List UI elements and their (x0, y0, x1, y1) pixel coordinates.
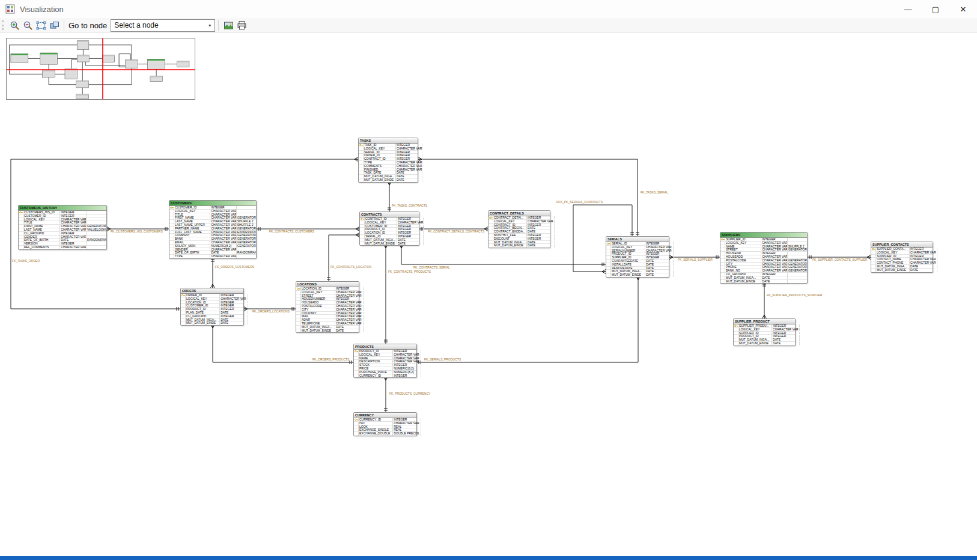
column-icon-cell (606, 273, 611, 277)
primary-key-icon (354, 350, 359, 353)
zoom-out-button[interactable] (22, 19, 34, 31)
node-selector-combobox[interactable]: Select a node ▼ (111, 19, 215, 32)
column-mask-function: SHUFFLE 2 (237, 224, 256, 227)
column-name: LOGICAL_KEY (186, 297, 220, 300)
column-icon-cell (181, 321, 186, 325)
column-type: DATE (527, 230, 555, 233)
column-type: INTEGER (393, 364, 421, 367)
column-icon-cell (354, 422, 359, 425)
column-icon-cell (354, 364, 359, 367)
column-name: BANK (174, 237, 210, 240)
column-type: INTEGER (645, 252, 674, 255)
window-accent-bar (0, 556, 977, 560)
diagram-canvas[interactable] (0, 33, 977, 556)
table-contract_details[interactable]: CONTRACT_DETAILSCONTRACT_DETAI...INTEGER… (488, 210, 550, 248)
column-name: GUARANTEEDATE (611, 260, 645, 263)
column-icon-cell (181, 315, 186, 318)
column-name: ORDER_ID (364, 154, 396, 157)
toggle-overview-button[interactable] (48, 19, 60, 31)
table-locations[interactable]: LOCATIONSLOCATION_IDINTEGERLOGICAL_KEYCH… (296, 281, 359, 333)
overview-minimap[interactable] (6, 38, 195, 100)
column-icon-cell (488, 234, 493, 237)
column-name: MUT_DATUM_INGA... (725, 276, 761, 279)
column-type: CHARACTER VAR (210, 248, 236, 251)
table-supplier_contacts[interactable]: SUPPLIER_CONTACTSSUPPLIER_CONTA...INTEGE… (871, 242, 933, 273)
fit-to-window-icon (36, 20, 46, 31)
column-icon-cell (871, 265, 876, 268)
column-name: GENDER (23, 236, 60, 239)
column-name: EMAIL (174, 241, 210, 244)
column-name: COMMENTS (364, 165, 396, 168)
column-type: CHARACTER VAR (210, 234, 236, 237)
table-row: MUT_DATUM_EINDEDATE (181, 321, 243, 325)
column-type: CHARACTER VAR (761, 248, 787, 251)
column-name: MUT_DATUM_EINDE (364, 178, 396, 182)
column-name: PRODUCT_ID (186, 308, 220, 311)
column-icon-cell (734, 335, 738, 338)
column-icon-cell (359, 154, 364, 157)
column-name: PRICE (359, 367, 393, 370)
column-icon-cell (488, 227, 493, 230)
column-type: INTEGER (527, 237, 555, 240)
column-icon-cell (181, 318, 186, 321)
toolbar-separator (218, 20, 219, 31)
column-name: REMOVEDATE (611, 267, 645, 270)
table-contracts[interactable]: CONTRACTSCONTRACT_IDINTEGERLOGICAL_KEYCH… (359, 212, 419, 246)
column-icon-cell (360, 221, 365, 224)
chevron-down-icon[interactable]: ▼ (205, 23, 215, 28)
export-image-button[interactable] (222, 19, 234, 31)
table-supplier_product[interactable]: SUPPLIER_PRODUCTSUPPLIER_PRODU...INTEGER… (733, 318, 796, 346)
column-mask-function: EXPRESSION 2 (237, 231, 256, 234)
column-mask-function (788, 238, 807, 241)
table-currency[interactable]: CURRENCYCURRENCY_IDINTEGERISOCHARACTER V… (353, 412, 417, 436)
column-name: TITLE (174, 213, 210, 216)
table-customers_history[interactable]: CUSTOMERS_HISTORYCUSTOMERS_HIS_IDINTEGER… (18, 205, 107, 250)
column-name: CURRENCY_ID (359, 374, 393, 378)
column-type: INTEGER (396, 154, 422, 157)
print-button[interactable] (236, 19, 248, 31)
column-icon-cell (169, 224, 174, 227)
column-mask-function (87, 236, 106, 239)
column-type: DATE (761, 276, 787, 279)
close-button[interactable]: ✕ (949, 0, 977, 18)
column-icon-cell (871, 258, 876, 261)
toolbar-grip[interactable] (2, 20, 5, 30)
table-customers[interactable]: CUSTOMERSCUSTOMER_IDINTEGERLOGICAL_KEYCH… (169, 200, 257, 259)
column-type: CHARACTER VAR (396, 147, 422, 150)
column-type: DATE (396, 171, 422, 174)
column-mask-function (87, 246, 106, 249)
table-serials[interactable]: SERIALSSERIAL_IDINTEGERLOGICAL_KEYCHARAC… (606, 236, 669, 278)
table-tasks[interactable]: TASKSTASK_IDINTEGERLOGICAL_KEYCHARACTER … (358, 138, 418, 183)
column-name: MUT_DATUM_EINDE (186, 321, 220, 325)
column-type: CHARACTER VAR (761, 242, 787, 245)
table-orders[interactable]: ORDERSORDER_IDINTEGERLOGICAL_KEYCHARACTE… (180, 288, 244, 326)
column-name: LOGICAL_KEY (174, 210, 210, 213)
column-type: REAL (393, 428, 421, 431)
column-icon-cell (169, 237, 174, 240)
column-type: CHARACTER VAR (60, 228, 87, 231)
zoom-in-button[interactable] (8, 19, 20, 31)
maximize-button[interactable]: ▢ (922, 0, 949, 18)
column-name: CONTRACT_ID (365, 218, 397, 221)
column-icon-cell (606, 246, 611, 249)
column-name: LOGICAL_KEY (493, 220, 527, 223)
column-name: STOCK (359, 364, 393, 367)
column-type: INTEGER (220, 301, 248, 304)
column-icon-cell (720, 252, 725, 255)
table-suppliers[interactable]: SUPPLIERSSUPPLIER_IDINTEGERLOGICAL_KEYCH… (720, 232, 808, 284)
column-type: CHARACTER VAR (397, 221, 424, 224)
table-products[interactable]: PRODUCTSPRODUCT_IDINTEGERLOGICAL_KEYCHAR… (353, 344, 417, 378)
column-icon-cell (169, 231, 174, 234)
column-name: HOUSENR (725, 252, 761, 255)
fit-to-window-button[interactable] (35, 19, 47, 31)
column-name: LOGICAL_KEY (725, 242, 761, 245)
column-name: FULL_LAST_NAME (174, 231, 210, 234)
column-icon-cell (296, 305, 301, 308)
column-name: PRODUCT_ID (365, 228, 397, 231)
column-name: CUSTOMER_ID (186, 304, 220, 307)
column-type: CHARACTER VAR (335, 301, 364, 304)
column-type: INTEGER (397, 231, 424, 234)
column-name: LAST_NAME (174, 220, 210, 223)
column-name: LAST_NAME_UPPER (174, 224, 210, 227)
minimize-button[interactable]: — (894, 0, 922, 18)
